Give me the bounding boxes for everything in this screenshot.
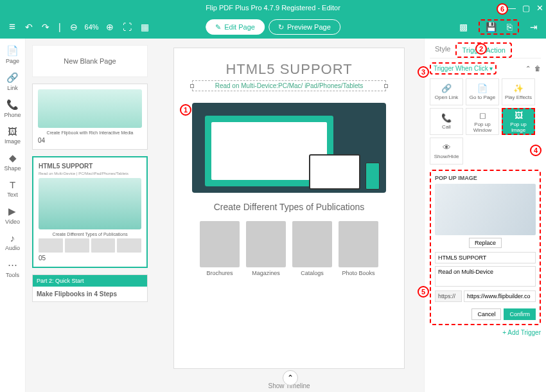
edit-page-button[interactable]: ✎Edit Page bbox=[206, 19, 265, 35]
section-title[interactable]: Create Different Types of Publications bbox=[192, 202, 386, 212]
pub-brochures[interactable]: Brochures bbox=[200, 221, 240, 276]
canvas[interactable]: HTML5 SUPPORT Read on Multi-Device:PC/Ma… bbox=[154, 39, 424, 392]
tool-phone[interactable]: 📞Phone bbox=[4, 99, 21, 118]
zoom-out-icon[interactable]: ⊖ bbox=[68, 22, 80, 32]
tool-image[interactable]: 🖼Image bbox=[4, 126, 21, 145]
save-group: 💾 ⎘ bbox=[479, 19, 519, 35]
page-heading[interactable]: HTML5 SUPPORT bbox=[192, 61, 386, 78]
url-input[interactable] bbox=[464, 290, 536, 302]
menu-icon[interactable]: ≡ bbox=[6, 21, 18, 33]
tool-audio[interactable]: ♪Audio bbox=[5, 233, 20, 251]
thumbnail-column: New Blank Page Create Flipbook with Rich… bbox=[26, 39, 154, 392]
undo-icon[interactable]: ↶ bbox=[23, 22, 35, 32]
add-trigger-button[interactable]: + Add Trigger bbox=[430, 329, 541, 336]
tool-text[interactable]: TText bbox=[7, 179, 18, 198]
app-title: Flip PDF Plus Pro 4.7.9 Registered - Edi… bbox=[206, 4, 340, 12]
pub-magazines[interactable]: Magazines bbox=[246, 221, 286, 276]
popup-desc-input[interactable] bbox=[435, 266, 536, 287]
page-content: HTML5 SUPPORT Read on Multi-Device:PC/Ma… bbox=[173, 48, 405, 369]
popup-header: POP UP IMAGE bbox=[435, 175, 536, 181]
popup-image-preview[interactable] bbox=[435, 184, 536, 235]
trigger-when-select[interactable]: Trigger When Click ▾ bbox=[430, 62, 497, 75]
devices-graphic[interactable] bbox=[192, 103, 386, 193]
qr-icon[interactable]: ▩ bbox=[457, 22, 470, 32]
action-show/hide[interactable]: 👁Show/Hide bbox=[430, 138, 463, 165]
titlebar: Flip PDF Plus Pro 4.7.9 Registered - Edi… bbox=[0, 0, 546, 15]
protocol-input[interactable] bbox=[435, 290, 462, 302]
annotation-2: 2 bbox=[475, 43, 487, 55]
annotation-4: 4 bbox=[530, 145, 542, 156]
annotation-6: 6 bbox=[497, 3, 508, 15]
trash-icon[interactable]: 🗑 bbox=[534, 65, 541, 72]
maximize-icon[interactable]: ▢ bbox=[522, 3, 530, 13]
annotation-5: 5 bbox=[418, 286, 429, 298]
action-pop-up-image[interactable]: 🖼Pop up Image bbox=[502, 108, 535, 135]
annotation-1: 1 bbox=[180, 104, 191, 116]
popup-image-section: POP UP IMAGE Replace Cancel Confirm bbox=[430, 170, 541, 325]
minimize-icon[interactable]: — bbox=[507, 3, 516, 13]
right-panel: Style Trigger Action Trigger When Click … bbox=[424, 39, 546, 392]
cancel-button[interactable]: Cancel bbox=[471, 308, 501, 320]
action-pop-up-window[interactable]: ◻Pop up Window bbox=[466, 108, 499, 135]
pub-catalogs[interactable]: Catalogs bbox=[292, 221, 332, 276]
pub-photo-books[interactable]: Photo Books bbox=[339, 221, 378, 276]
tool-link[interactable]: 🔗Link bbox=[6, 72, 19, 91]
new-blank-page[interactable]: New Blank Page bbox=[32, 45, 148, 77]
save-icon[interactable]: 💾 bbox=[484, 22, 498, 32]
tool-video[interactable]: ▶Video bbox=[5, 206, 20, 225]
action-go-to-page[interactable]: 📄Go to Page bbox=[466, 78, 499, 105]
popup-title-input[interactable] bbox=[435, 252, 536, 263]
tool-tools[interactable]: ⋯Tools bbox=[6, 259, 19, 278]
action-play-effects[interactable]: ✨Play Effects bbox=[502, 78, 535, 105]
thumb-04[interactable]: Create Flipbook with Rich Interactive Me… bbox=[32, 84, 148, 150]
toolbar: ≡ ↶ ↷ | ⊖ 64% ⊕ ⛶ ▦ ✎Edit Page ↻Preview … bbox=[0, 15, 546, 39]
thumb-quickstart[interactable]: Part 2: Quick Start Make Flipbooks in 4 … bbox=[32, 274, 148, 302]
left-toolbar: 📄Page🔗Link📞Phone🖼Image◆ShapeTText▶Video♪… bbox=[0, 39, 26, 392]
tool-page[interactable]: 📄Page bbox=[6, 45, 19, 64]
chevron-up-icon[interactable]: ⌃ bbox=[525, 65, 531, 72]
divider: | bbox=[57, 22, 63, 32]
confirm-button[interactable]: Confirm bbox=[504, 308, 536, 320]
thumb-05[interactable]: HTML5 SUPPORT Read on Multi-Device | PC/… bbox=[32, 156, 148, 268]
fit-icon[interactable]: ⛶ bbox=[121, 22, 134, 32]
tool-shape[interactable]: ◆Shape bbox=[4, 152, 21, 172]
zoom-in-icon[interactable]: ⊕ bbox=[104, 22, 116, 32]
zoom-level[interactable]: 64% bbox=[85, 23, 99, 31]
exit-icon[interactable]: ⇥ bbox=[528, 22, 540, 32]
replace-button[interactable]: Replace bbox=[469, 238, 502, 248]
redo-icon[interactable]: ↷ bbox=[40, 22, 51, 32]
close-icon[interactable]: ✕ bbox=[536, 3, 543, 13]
preview-page-button[interactable]: ↻Preview Page bbox=[269, 19, 340, 35]
action-call[interactable]: 📞Call bbox=[430, 108, 463, 135]
action-open-link[interactable]: 🔗Open Link bbox=[430, 78, 463, 105]
export-icon[interactable]: ⎘ bbox=[505, 22, 514, 32]
scroll-up-button[interactable]: ⌃ bbox=[283, 370, 298, 386]
grid-icon[interactable]: ▦ bbox=[139, 22, 151, 32]
annotation-3: 3 bbox=[418, 66, 429, 78]
tab-style[interactable]: Style bbox=[430, 42, 455, 58]
selected-text-element[interactable]: Read on Multi-Device:PC/Mac/ iPad/Phones… bbox=[192, 80, 386, 91]
